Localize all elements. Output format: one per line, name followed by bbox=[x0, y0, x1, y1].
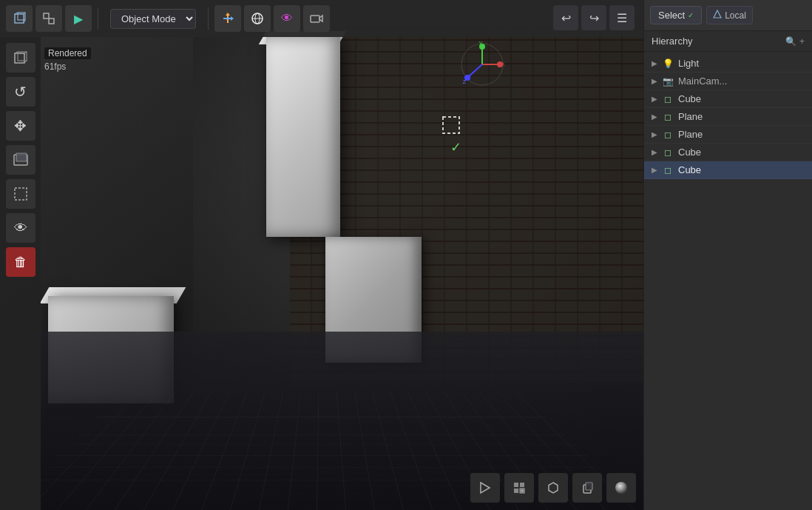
transform-gizmo-btn[interactable] bbox=[214, 5, 241, 32]
select-checkmark: ✓ bbox=[688, 11, 694, 19]
select-label: Select bbox=[658, 10, 685, 21]
hierarchy-add-btn[interactable]: + bbox=[799, 36, 805, 47]
refresh-btn[interactable]: ↺ bbox=[6, 77, 35, 107]
hierarchy-item-label-plane1: Plane bbox=[678, 111, 703, 122]
svg-point-43 bbox=[615, 482, 627, 494]
right-panel: Select ✓ Local Hierarchy 🔍 + ▶ 💡 Light bbox=[643, 0, 812, 510]
svg-marker-44 bbox=[714, 10, 721, 18]
svg-rect-36 bbox=[514, 489, 518, 493]
plane-icon-1: ◻ bbox=[662, 112, 674, 122]
cube-icon-3: ◻ bbox=[662, 165, 674, 175]
selection-rect-icon bbox=[441, 115, 461, 135]
hierarchy-header: Hierarchy 🔍 + bbox=[644, 31, 812, 52]
svg-marker-17 bbox=[226, 13, 230, 16]
cube-back-object bbox=[266, 37, 340, 237]
camera-btn[interactable] bbox=[303, 5, 330, 32]
panel-top-row: Select ✓ Local bbox=[644, 0, 812, 31]
svg-rect-11 bbox=[15, 14, 24, 23]
camera-icon: 📷 bbox=[662, 76, 674, 87]
hierarchy-item-maincam[interactable]: ▶ 📷 MainCam... bbox=[644, 73, 812, 90]
svg-rect-34 bbox=[514, 483, 518, 487]
cube-icon-2: ◻ bbox=[662, 147, 674, 158]
hierarchy-search-btn[interactable]: 🔍 bbox=[785, 36, 796, 47]
play-bottom-btn[interactable] bbox=[470, 473, 500, 503]
hierarchy-item-label-cube2: Cube bbox=[678, 147, 701, 158]
svg-rect-0 bbox=[443, 117, 459, 133]
play-icon-btn[interactable]: ▶ bbox=[65, 5, 92, 32]
material-btn[interactable] bbox=[606, 473, 636, 503]
top-toolbar: ▶ Object Mode 👁 bbox=[0, 0, 643, 37]
svg-rect-25 bbox=[15, 53, 24, 63]
grid-add-btn[interactable] bbox=[504, 473, 534, 503]
svg-marker-19 bbox=[231, 16, 234, 21]
hierarchy-item-cube2[interactable]: ▶ ◻ Cube bbox=[644, 144, 812, 161]
hierarchy-item-label-maincam: MainCam... bbox=[678, 76, 727, 87]
delete-btn[interactable]: 🗑 bbox=[6, 247, 35, 277]
hamburger-menu-btn[interactable]: ☰ bbox=[609, 5, 635, 30]
bottom-right-toolbar bbox=[470, 473, 636, 503]
arrow-icon-cube1: ▶ bbox=[652, 95, 657, 103]
svg-rect-32 bbox=[15, 188, 27, 200]
svg-rect-42 bbox=[586, 483, 592, 490]
svg-rect-31 bbox=[16, 153, 27, 161]
layers-btn[interactable] bbox=[6, 145, 35, 175]
mesh-btn[interactable] bbox=[538, 473, 568, 503]
svg-text:Y: Y bbox=[478, 41, 483, 47]
hierarchy-item-label-plane2: Plane bbox=[678, 129, 703, 140]
hierarchy-item-cube3[interactable]: ▶ ◻ Cube bbox=[644, 161, 812, 179]
arrow-icon-maincam: ▶ bbox=[652, 77, 657, 85]
axis-gizmo: Y X Z bbox=[459, 41, 507, 89]
light-icon: 💡 bbox=[662, 58, 674, 69]
snap-icon-btn[interactable] bbox=[35, 5, 62, 32]
svg-marker-40 bbox=[549, 483, 558, 493]
toolbar-separator-2 bbox=[208, 7, 209, 30]
arrow-icon-cube3: ▶ bbox=[652, 166, 657, 174]
select-button[interactable]: Select ✓ bbox=[650, 6, 702, 24]
object-mode-icon-btn[interactable] bbox=[6, 5, 33, 32]
top-right-icons: ↩ ↪ ☰ bbox=[553, 5, 635, 30]
arrow-icon-cube2: ▶ bbox=[652, 148, 657, 156]
arrow-icon-light: ▶ bbox=[652, 59, 657, 67]
hierarchy-title: Hierarchy bbox=[652, 36, 693, 47]
checkmark-viewport: ✓ bbox=[450, 139, 461, 155]
hierarchy-list: ▶ 💡 Light ▶ 📷 MainCam... ▶ ◻ Cube ▶ ◻ Pl… bbox=[644, 52, 812, 510]
sphere-icon-btn[interactable] bbox=[244, 5, 271, 32]
hierarchy-item-plane2[interactable]: ▶ ◻ Plane bbox=[644, 126, 812, 144]
left-toolbar: ↺ ✥ 👁 🗑 bbox=[0, 37, 41, 510]
hierarchy-item-label-cube3: Cube bbox=[678, 164, 701, 175]
arrow-icon-plane2: ▶ bbox=[652, 130, 657, 138]
undo-btn[interactable]: ↩ bbox=[553, 5, 578, 30]
svg-text:X: X bbox=[501, 61, 505, 67]
hierarchy-item-label-cube1: Cube bbox=[678, 93, 701, 104]
cube-icon-1: ◻ bbox=[662, 94, 674, 104]
svg-text:Z: Z bbox=[463, 78, 467, 85]
visibility-btn[interactable]: 👁 bbox=[6, 213, 35, 243]
render-eye-btn[interactable]: 👁 bbox=[274, 5, 300, 32]
object-mode-dropdown[interactable]: Object Mode bbox=[110, 9, 196, 29]
hierarchy-item-plane1[interactable]: ▶ ◻ Plane bbox=[644, 108, 812, 126]
svg-rect-35 bbox=[520, 483, 524, 487]
copy-material-btn[interactable] bbox=[572, 473, 602, 503]
svg-marker-33 bbox=[481, 483, 490, 493]
svg-line-6 bbox=[467, 64, 482, 78]
viewport[interactable]: Rendered 61fps ✓ Y X Z bbox=[0, 0, 643, 510]
hierarchy-item-light[interactable]: ▶ 💡 Light bbox=[644, 55, 812, 73]
rect-select-btn[interactable] bbox=[6, 179, 35, 209]
redo-btn[interactable]: ↪ bbox=[581, 5, 606, 30]
hierarchy-item-cube1[interactable]: ▶ ◻ Cube bbox=[644, 90, 812, 108]
toolbar-separator-1 bbox=[98, 7, 98, 30]
local-button[interactable]: Local bbox=[706, 6, 753, 24]
move-btn[interactable]: ✥ bbox=[6, 111, 35, 141]
plane-icon-2: ◻ bbox=[662, 130, 674, 140]
local-label: Local bbox=[725, 10, 746, 21]
hierarchy-item-label-light: Light bbox=[678, 58, 699, 69]
arrow-icon-plane1: ▶ bbox=[652, 113, 657, 121]
object-type-btn[interactable] bbox=[6, 43, 35, 73]
svg-rect-23 bbox=[311, 16, 319, 22]
local-icon bbox=[713, 10, 722, 21]
